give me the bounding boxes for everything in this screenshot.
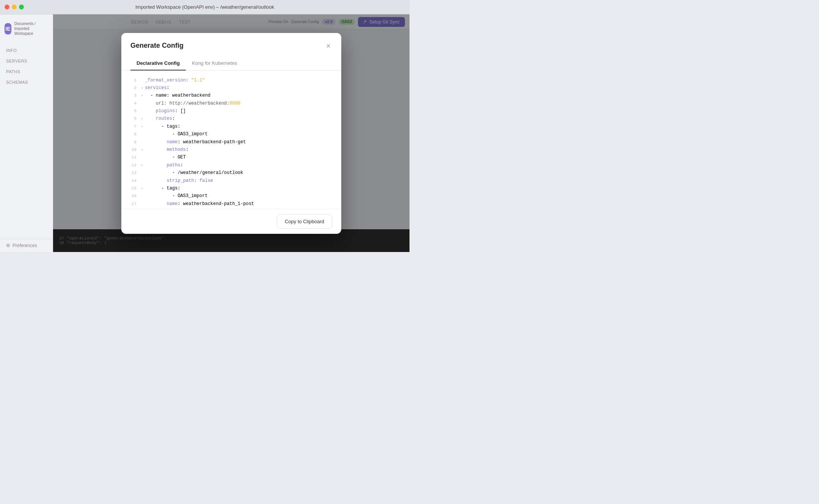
- traffic-lights: [5, 5, 24, 9]
- modal-close-button[interactable]: ×: [325, 41, 332, 51]
- modal-tabs: Declarative Config Kong for Kubernetes: [121, 57, 341, 70]
- line-content: url: http://weatherbackend:8080: [145, 100, 332, 107]
- fold-indicator: ▾: [141, 93, 145, 99]
- line-number: 6: [130, 115, 141, 122]
- modal-title: Generate Config: [130, 42, 184, 50]
- modal-code-area[interactable]: 1_format_version: "1.1"2▾services:3▾ - n…: [121, 70, 341, 209]
- line-content: - OAS3_import: [145, 192, 332, 200]
- line-content: - /weather/general/outlook: [145, 169, 332, 177]
- line-number: 2: [130, 85, 141, 92]
- line-content: methods:: [145, 146, 332, 153]
- generate-config-modal: Generate Config × Declarative Config Kon…: [121, 33, 341, 234]
- line-content: - tags:: [145, 185, 332, 192]
- fold-indicator: ▾: [141, 116, 145, 122]
- code-line: 13 - /weather/general/outlook: [130, 169, 332, 177]
- code-line: 12▾ paths:: [130, 161, 332, 169]
- sidebar: IE Documents / Imported Workspace INFO S…: [0, 14, 53, 252]
- line-number: 7: [130, 123, 141, 130]
- code-line: 11 - GET: [130, 153, 332, 161]
- breadcrumb: Documents / Imported Workspace: [14, 21, 48, 36]
- code-line: 4 url: http://weatherbackend:8080: [130, 100, 332, 107]
- modal-overlay: Generate Config × Declarative Config Kon…: [53, 14, 410, 252]
- line-content: strip_path: false: [145, 177, 332, 185]
- line-content: - tags:: [145, 123, 332, 130]
- line-number: 17: [130, 200, 141, 208]
- line-content: - GET: [145, 153, 332, 161]
- code-line: 15▾ - tags:: [130, 185, 332, 192]
- main-content: DESIGN DEBUG TEST Preview On Generate Co…: [53, 14, 410, 252]
- tab-kong-kubernetes[interactable]: Kong for Kubernetes: [186, 57, 243, 70]
- fold-indicator: ▾: [141, 186, 145, 192]
- line-content: plugins: []: [145, 107, 332, 115]
- close-button[interactable]: [5, 5, 9, 9]
- tab-declarative-config[interactable]: Declarative Config: [130, 57, 186, 70]
- code-line: 16 - OAS3_import: [130, 192, 332, 200]
- copy-to-clipboard-button[interactable]: Copy to Clipboard: [277, 214, 332, 229]
- line-number: 9: [130, 139, 141, 146]
- line-number: 11: [130, 154, 141, 161]
- code-line: 1_format_version: "1.1": [130, 77, 332, 84]
- line-content: _format_version: "1.1": [145, 77, 332, 84]
- sidebar-item-paths[interactable]: PATHS: [0, 66, 53, 77]
- preferences-label: Preferences: [13, 243, 37, 248]
- gear-icon: ⚙: [6, 243, 10, 248]
- modal-footer: Copy to Clipboard: [121, 209, 341, 234]
- line-content: routes:: [145, 115, 332, 122]
- fold-indicator: ▾: [141, 86, 145, 91]
- code-line: 17 name: weatherbackend-path_1-post: [130, 200, 332, 208]
- line-number: 8: [130, 131, 141, 138]
- code-line: 3▾ - name: weatherbackend: [130, 92, 332, 99]
- preferences-button[interactable]: ⚙ Preferences: [0, 239, 53, 252]
- sidebar-item-schemas[interactable]: SCHEMAS: [0, 77, 53, 88]
- line-number: 1: [130, 77, 141, 84]
- code-container: 1_format_version: "1.1"2▾services:3▾ - n…: [130, 77, 332, 209]
- line-number: 15: [130, 185, 141, 192]
- sidebar-nav: INFO SERVERS PATHS SCHEMAS: [0, 42, 53, 239]
- fold-indicator: ▾: [141, 163, 145, 169]
- sidebar-item-servers[interactable]: SERVERS: [0, 56, 53, 66]
- sidebar-logo: IE Documents / Imported Workspace: [0, 18, 53, 39]
- code-line: 10▾ methods:: [130, 146, 332, 153]
- line-content: - OAS3_import: [145, 130, 332, 138]
- line-number: 3: [130, 92, 141, 99]
- line-content: name: weatherbackend-path-get: [145, 138, 332, 146]
- line-content: paths:: [145, 161, 332, 169]
- code-line: 2▾services:: [130, 84, 332, 92]
- line-content: - name: weatherbackend: [145, 92, 332, 99]
- code-line: 5 plugins: []: [130, 107, 332, 115]
- line-number: 13: [130, 169, 141, 177]
- line-number: 16: [130, 193, 141, 200]
- line-number: 4: [130, 100, 141, 107]
- code-line: 18▾ methods:: [130, 208, 332, 208]
- window-title: Imported Workspace (OpenAPI env) – /weat…: [135, 4, 274, 10]
- title-bar: Imported Workspace (OpenAPI env) – /weat…: [0, 0, 410, 14]
- line-number: 5: [130, 108, 141, 115]
- line-number: 14: [130, 177, 141, 185]
- line-content: methods:: [145, 208, 332, 208]
- code-line: 14 strip_path: false: [130, 177, 332, 185]
- line-number: 12: [130, 162, 141, 169]
- code-line: 7▾ - tags:: [130, 123, 332, 130]
- fold-indicator: ▾: [141, 147, 145, 153]
- line-number: 10: [130, 146, 141, 153]
- code-line: 8 - OAS3_import: [130, 130, 332, 138]
- sidebar-item-info[interactable]: INFO: [0, 45, 53, 56]
- maximize-button[interactable]: [19, 5, 24, 9]
- code-line: 9 name: weatherbackend-path-get: [130, 138, 332, 146]
- line-content: services:: [145, 84, 332, 92]
- minimize-button[interactable]: [12, 5, 17, 9]
- modal-header: Generate Config ×: [121, 33, 341, 51]
- app-body: IE Documents / Imported Workspace INFO S…: [0, 14, 410, 252]
- line-content: name: weatherbackend-path_1-post: [145, 200, 332, 208]
- code-line: 6▾ routes:: [130, 115, 332, 122]
- line-number: 18: [130, 208, 141, 208]
- fold-indicator: ▾: [141, 124, 145, 130]
- logo-icon: IE: [5, 23, 11, 34]
